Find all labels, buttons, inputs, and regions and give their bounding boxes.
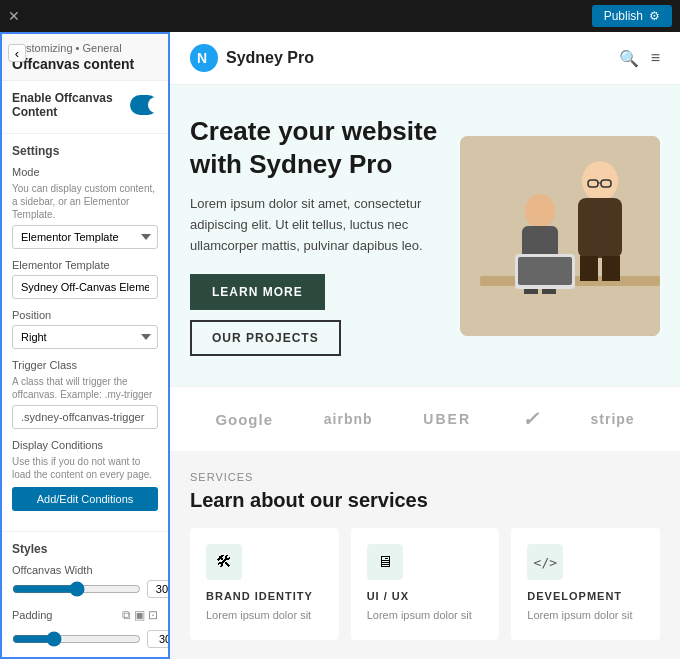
logo-nike: ✓ [522, 407, 540, 431]
padding-value[interactable] [147, 630, 170, 648]
service-name-dev: DEVELOPMENT [527, 590, 644, 602]
styles-title: Styles [12, 542, 158, 556]
display-conditions-label: Display Conditions [12, 439, 158, 451]
svg-rect-5 [580, 256, 598, 281]
hero-content: Create your website with Sydney Pro Lore… [190, 115, 440, 356]
mode-field: Mode You can display custom content, a s… [12, 166, 158, 249]
elementor-template-label: Elementor Template [12, 259, 158, 271]
search-icon[interactable]: 🔍 [619, 49, 639, 68]
left-panel: ‹ Customizing • General Offcanvas conten… [0, 32, 170, 659]
service-card-brand: 🛠 BRAND IDENTITY Lorem ipsum dolor sit [190, 528, 339, 639]
publish-button[interactable]: Publish ⚙ [592, 5, 672, 27]
our-projects-button[interactable]: OUR PROJECTS [190, 320, 341, 356]
menu-icon[interactable]: ≡ [651, 49, 660, 67]
gear-icon: ⚙ [649, 9, 660, 23]
top-bar: ✕ Publish ⚙ [0, 0, 680, 32]
svg-point-7 [525, 194, 555, 228]
mode-select[interactable]: Elementor Template [12, 225, 158, 249]
site-header: N Sydney Pro 🔍 ≡ [170, 32, 680, 85]
padding-field: Padding ⧉ ▣ ⊡ [12, 608, 158, 648]
svg-rect-12 [518, 257, 572, 285]
conditions-note: Use this if you do not want to load the … [12, 455, 158, 481]
breadcrumb: Customizing • General [12, 42, 158, 54]
styles-section: Styles Offcanvas Width Padding ⧉ ▣ ⊡ [2, 532, 168, 659]
close-button[interactable]: ✕ [8, 8, 20, 24]
services-section: SERVICES Learn about our services 🛠 BRAN… [170, 451, 680, 659]
padding-icons: ⧉ ▣ ⊡ [122, 608, 158, 622]
brand-icon: 🛠 [206, 544, 242, 580]
offcanvas-width-label: Offcanvas Width [12, 564, 158, 576]
site-logo: N Sydney Pro [190, 44, 314, 72]
enable-toggle[interactable] [130, 95, 158, 115]
panel-title: Offcanvas content [12, 56, 158, 72]
services-title: Learn about our services [190, 489, 660, 512]
padding-slider[interactable] [12, 631, 141, 647]
service-desc-ux: Lorem ipsum dolor sit [367, 608, 484, 623]
hero-title: Create your website with Sydney Pro [190, 115, 440, 180]
logo-google: Google [215, 411, 273, 428]
trigger-class-field: Trigger Class A class that will trigger … [12, 359, 158, 429]
offcanvas-width-slider[interactable] [12, 581, 141, 597]
padding-unlink-icon[interactable]: ▣ [134, 608, 145, 622]
hero-image [460, 136, 660, 336]
service-desc-brand: Lorem ipsum dolor sit [206, 608, 323, 623]
position-field: Position Right [12, 309, 158, 349]
padding-label: Padding [12, 609, 52, 621]
svg-point-3 [582, 161, 618, 201]
logo-icon: N [190, 44, 218, 72]
hero-text: Lorem ipsum dolor sit amet, consectetur … [190, 194, 440, 256]
elementor-template-field: Elementor Template [12, 259, 158, 299]
logo-stripe: stripe [591, 411, 635, 427]
ux-icon: 🖥 [367, 544, 403, 580]
service-desc-dev: Lorem ipsum dolor sit [527, 608, 644, 623]
site-logo-text: Sydney Pro [226, 49, 314, 67]
hero-illustration [460, 136, 660, 336]
back-button[interactable]: ‹ [8, 44, 26, 62]
mode-label: Mode [12, 166, 158, 178]
enable-label: Enable Offcanvas Content [12, 91, 130, 119]
svg-text:N: N [197, 50, 207, 66]
offcanvas-width-value[interactable] [147, 580, 170, 598]
n-logo-svg: N [195, 49, 213, 67]
learn-more-button[interactable]: LEARN MORE [190, 274, 325, 310]
trigger-class-note: A class that will trigger the offcanvas.… [12, 375, 158, 401]
trigger-class-label: Trigger Class [12, 359, 158, 371]
padding-link-icon[interactable]: ⧉ [122, 608, 131, 622]
site-nav: 🔍 ≡ [619, 49, 660, 68]
svg-rect-6 [602, 256, 620, 281]
logo-airbnb: airbnb [324, 411, 373, 427]
services-label: SERVICES [190, 471, 660, 483]
position-label: Position [12, 309, 158, 321]
panel-header: Customizing • General Offcanvas content [2, 34, 168, 81]
logo-uber: UBER [423, 411, 471, 427]
display-conditions-field: Display Conditions Use this if you do no… [12, 439, 158, 511]
mode-note: You can display custom content, a sideba… [12, 182, 158, 221]
service-name-ux: UI / UX [367, 590, 484, 602]
offcanvas-width-field: Offcanvas Width [12, 564, 158, 598]
enable-section: Enable Offcanvas Content [2, 81, 168, 134]
svg-rect-1 [460, 136, 660, 336]
settings-section: Settings Mode You can display custom con… [2, 134, 168, 532]
trigger-class-input[interactable] [12, 405, 158, 429]
settings-title: Settings [12, 144, 158, 158]
service-name-brand: BRAND IDENTITY [206, 590, 323, 602]
services-grid: 🛠 BRAND IDENTITY Lorem ipsum dolor sit 🖥… [190, 528, 660, 639]
dev-icon: </> [527, 544, 563, 580]
svg-rect-4 [578, 198, 622, 258]
service-card-dev: </> DEVELOPMENT Lorem ipsum dolor sit [511, 528, 660, 639]
right-panel: N Sydney Pro 🔍 ≡ Create your website wit… [170, 32, 680, 659]
elementor-template-input[interactable] [12, 275, 158, 299]
position-select[interactable]: Right [12, 325, 158, 349]
publish-label: Publish [604, 9, 643, 23]
logos-section: Google airbnb UBER ✓ stripe [170, 386, 680, 451]
service-card-ux: 🖥 UI / UX Lorem ipsum dolor sit [351, 528, 500, 639]
hero-section: Create your website with Sydney Pro Lore… [170, 85, 680, 386]
padding-reset-icon[interactable]: ⊡ [148, 608, 158, 622]
add-conditions-button[interactable]: Add/Edit Conditions [12, 487, 158, 511]
